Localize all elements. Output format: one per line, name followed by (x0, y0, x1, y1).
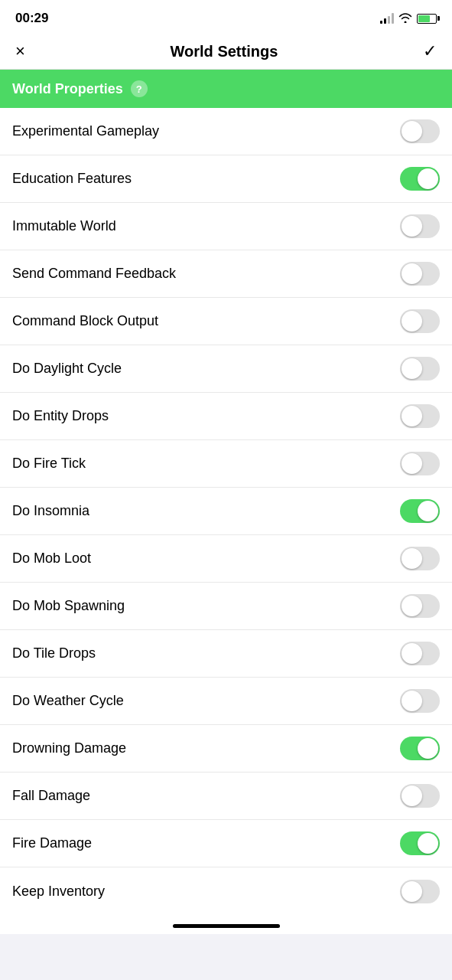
settings-row-drowning-damage: Drowning Damage (0, 725, 452, 773)
close-button[interactable]: × (15, 41, 25, 61)
settings-row-fall-damage: Fall Damage (0, 773, 452, 820)
toggle-experimental-gameplay[interactable] (400, 119, 440, 143)
toggle-fall-damage[interactable] (400, 784, 440, 808)
toggle-thumb-education-features (418, 168, 438, 189)
help-icon[interactable]: ? (131, 80, 148, 97)
toggle-do-mob-spawning[interactable] (400, 594, 440, 618)
toggle-thumb-command-block-output (402, 311, 422, 332)
label-fall-damage: Fall Damage (12, 788, 90, 804)
settings-row-do-mob-loot: Do Mob Loot (0, 535, 452, 583)
confirm-button[interactable]: ✓ (423, 41, 437, 61)
toggle-thumb-immutable-world (402, 216, 422, 237)
settings-list: Experimental GameplayEducation FeaturesI… (0, 108, 452, 915)
settings-row-do-tile-drops: Do Tile Drops (0, 630, 452, 678)
settings-row-immutable-world: Immutable World (0, 203, 452, 250)
status-time: 00:29 (15, 11, 48, 26)
toggle-do-insomnia[interactable] (400, 499, 440, 523)
label-do-mob-spawning: Do Mob Spawning (12, 598, 125, 614)
world-properties-header: World Properties ? (0, 70, 452, 108)
toggle-thumb-fire-damage (418, 833, 438, 854)
toggle-education-features[interactable] (400, 167, 440, 191)
toggle-immutable-world[interactable] (400, 214, 440, 238)
settings-row-do-weather-cycle: Do Weather Cycle (0, 678, 452, 725)
label-do-entity-drops: Do Entity Drops (12, 408, 109, 424)
settings-row-do-entity-drops: Do Entity Drops (0, 393, 452, 440)
label-education-features: Education Features (12, 171, 132, 187)
label-do-fire-tick: Do Fire Tick (12, 456, 86, 472)
label-keep-inventory: Keep Inventory (12, 884, 105, 900)
label-command-block-output: Command Block Output (12, 313, 158, 329)
toggle-do-entity-drops[interactable] (400, 404, 440, 428)
toggle-thumb-do-insomnia (418, 501, 438, 521)
settings-row-experimental-gameplay: Experimental Gameplay (0, 108, 452, 155)
section-header-label: World Properties (12, 81, 123, 97)
settings-row-keep-inventory: Keep Inventory (0, 867, 452, 915)
label-fire-damage: Fire Damage (12, 835, 92, 851)
home-indicator (0, 915, 452, 934)
status-bar: 00:29 (0, 0, 452, 34)
page-title: World Settings (171, 43, 278, 60)
toggle-keep-inventory[interactable] (400, 880, 440, 903)
home-bar (173, 924, 280, 928)
settings-row-education-features: Education Features (0, 155, 452, 203)
toggle-thumb-do-entity-drops (402, 406, 422, 426)
label-do-daylight-cycle: Do Daylight Cycle (12, 361, 122, 377)
settings-row-command-block-output: Command Block Output (0, 298, 452, 345)
nav-bar: × World Settings ✓ (0, 34, 452, 70)
label-immutable-world: Immutable World (12, 218, 116, 234)
signal-icon (380, 13, 394, 24)
toggle-thumb-send-command-feedback (402, 263, 422, 284)
toggle-thumb-do-mob-spawning (402, 596, 422, 616)
toggle-thumb-do-weather-cycle (402, 691, 422, 711)
toggle-fire-damage[interactable] (400, 831, 440, 855)
settings-row-send-command-feedback: Send Command Feedback (0, 250, 452, 298)
label-send-command-feedback: Send Command Feedback (12, 266, 176, 282)
toggle-thumb-drowning-damage (418, 738, 438, 759)
settings-row-fire-damage: Fire Damage (0, 820, 452, 867)
status-icons (380, 12, 437, 25)
settings-row-do-daylight-cycle: Do Daylight Cycle (0, 345, 452, 393)
label-do-mob-loot: Do Mob Loot (12, 550, 91, 567)
label-drowning-damage: Drowning Damage (12, 740, 126, 756)
settings-row-do-mob-spawning: Do Mob Spawning (0, 583, 452, 630)
toggle-do-tile-drops[interactable] (400, 642, 440, 665)
toggle-do-fire-tick[interactable] (400, 452, 440, 475)
toggle-thumb-experimental-gameplay (402, 121, 422, 142)
battery-icon (417, 14, 437, 24)
toggle-do-daylight-cycle[interactable] (400, 357, 440, 381)
toggle-do-weather-cycle[interactable] (400, 689, 440, 713)
settings-row-do-insomnia: Do Insomnia (0, 488, 452, 535)
wifi-icon (398, 12, 412, 25)
toggle-drowning-damage[interactable] (400, 737, 440, 760)
settings-row-do-fire-tick: Do Fire Tick (0, 440, 452, 488)
toggle-thumb-keep-inventory (402, 881, 422, 902)
toggle-thumb-do-fire-tick (402, 453, 422, 474)
label-do-tile-drops: Do Tile Drops (12, 645, 96, 662)
toggle-send-command-feedback[interactable] (400, 262, 440, 286)
label-experimental-gameplay: Experimental Gameplay (12, 123, 159, 139)
label-do-insomnia: Do Insomnia (12, 503, 89, 519)
toggle-do-mob-loot[interactable] (400, 547, 440, 570)
toggle-thumb-do-mob-loot (402, 548, 422, 569)
toggle-thumb-do-daylight-cycle (402, 358, 422, 379)
toggle-thumb-fall-damage (402, 786, 422, 806)
toggle-thumb-do-tile-drops (402, 643, 422, 664)
toggle-command-block-output[interactable] (400, 309, 440, 333)
label-do-weather-cycle: Do Weather Cycle (12, 693, 124, 709)
